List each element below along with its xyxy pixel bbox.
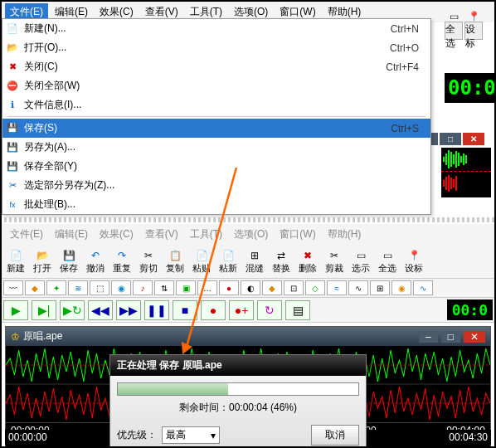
tb-paste[interactable]: 📄粘贴 — [189, 246, 214, 276]
menu-item-save-all[interactable]: 💾 保存全部(Y) — [2, 157, 430, 176]
menu-item-close-all[interactable]: ⛔ 关闭全部(W) — [2, 76, 430, 95]
menu-view[interactable]: 查看(V) — [140, 226, 183, 243]
play-button[interactable]: ▶ — [3, 300, 28, 320]
set-marker-button[interactable]: 📍设标 — [464, 22, 483, 40]
menu-item-close[interactable]: ✖ 关闭(C) Ctrl+F4 — [2, 57, 430, 76]
tb-copy[interactable]: 📋复制 — [163, 246, 187, 276]
sm-btn-10[interactable]: … — [197, 280, 217, 295]
play-section-button[interactable]: ▶| — [32, 300, 56, 320]
sm-btn-11[interactable]: ● — [219, 280, 239, 295]
priority-select[interactable]: 最高 ▾ — [162, 426, 220, 444]
sm-btn-1[interactable]: 〰 — [3, 280, 23, 295]
sm-btn-19[interactable]: ◉ — [391, 280, 411, 295]
pause-button[interactable]: ❚❚ — [144, 300, 169, 320]
audio-close-button[interactable]: ✕ — [464, 331, 485, 343]
copy-icon: 📋 — [168, 249, 182, 262]
menu-tools[interactable]: 工具(T) — [185, 226, 227, 243]
sm-btn-13[interactable]: ◆ — [262, 280, 282, 295]
tb-select[interactable]: ▭选示 — [348, 246, 373, 276]
tb-save[interactable]: 💾保存 — [56, 246, 81, 276]
sm-btn-6[interactable]: ◉ — [111, 280, 131, 295]
play-loop-button[interactable]: ▶↻ — [60, 300, 85, 320]
audio-titlebar[interactable]: ♔ 原唱.ape – □ ✕ — [6, 327, 490, 346]
sm-btn-15[interactable]: ◇ — [305, 280, 325, 295]
sm-btn-9[interactable]: ▣ — [176, 280, 196, 295]
tb-label: 剪裁 — [325, 262, 343, 275]
menu-window[interactable]: 窗口(W) — [275, 226, 320, 243]
sm-btn-20[interactable]: ∿ — [413, 280, 433, 295]
audio-minimize-button[interactable]: – — [419, 331, 438, 343]
tb-cut[interactable]: ✂剪切 — [136, 246, 161, 276]
tb-delete[interactable]: ✖删除 — [295, 246, 320, 276]
close-icon: ✖ — [6, 61, 19, 74]
btn-label: 全选 — [445, 22, 462, 51]
sm-btn-7[interactable]: ♪ — [133, 280, 153, 295]
tb-trim[interactable]: ✂剪裁 — [322, 246, 347, 276]
marker-icon: 📍 — [407, 249, 421, 262]
cancel-button[interactable]: 取消 — [311, 425, 359, 446]
menu-file[interactable]: 文件(E) — [5, 226, 48, 243]
save-icon: 💾 — [62, 249, 75, 262]
rewind-button[interactable]: ◀◀ — [88, 300, 113, 320]
sm-btn-4[interactable]: ≋ — [68, 280, 88, 295]
record-button[interactable]: ● — [201, 300, 226, 320]
meter-button[interactable]: ▤ — [285, 300, 310, 320]
menu-label: 关闭全部(W) — [24, 79, 427, 93]
sm-btn-5[interactable]: ⬚ — [90, 280, 109, 295]
tb-select-all[interactable]: ▭全选 — [375, 246, 400, 276]
remaining-label: 剩余时间： — [179, 402, 229, 413]
tb-mix[interactable]: ⊞混缝 — [242, 246, 267, 276]
sm-btn-17[interactable]: ∿ — [348, 280, 368, 295]
progress-fill — [118, 383, 228, 395]
dialog-title[interactable]: 正在处理 保存 原唱.ape — [110, 355, 366, 376]
tb-new[interactable]: 📄新建 — [3, 246, 28, 276]
progress-bar — [117, 382, 359, 396]
menu-item-batch[interactable]: fx 批处理(B)... — [2, 195, 430, 214]
tb-open[interactable]: 📂打开 — [30, 246, 55, 276]
tb-redo[interactable]: ↷重复 — [109, 246, 134, 276]
sm-btn-16[interactable]: ≈ — [327, 280, 347, 295]
sm-btn-14[interactable]: ⊡ — [284, 280, 304, 295]
close-all-icon: ⛔ — [6, 80, 19, 93]
select-all-button[interactable]: ▭全选 — [445, 22, 463, 40]
close-button[interactable]: ✕ — [463, 133, 484, 145]
menu-shortcut: Ctrl+N — [391, 23, 419, 35]
menu-item-new[interactable]: 📄 新建(N)... Ctrl+N — [2, 19, 430, 38]
stop-button[interactable]: ■ — [173, 300, 197, 320]
tb-paste-new[interactable]: 📄粘新 — [216, 246, 241, 276]
sm-btn-2[interactable]: ◆ — [25, 280, 45, 295]
menu-options[interactable]: 选项(O) — [229, 226, 273, 243]
menu-item-save[interactable]: 💾 保存(S) Ctrl+S — [2, 119, 430, 138]
record-append-button[interactable]: ●+ — [229, 300, 254, 320]
menu-edit[interactable]: 编辑(E) — [50, 226, 93, 243]
maximize-button[interactable]: □ — [440, 133, 461, 145]
forward-button[interactable]: ▶▶ — [116, 300, 141, 320]
tb-label: 剪切 — [139, 262, 158, 275]
menu-item-save-as[interactable]: 💾 另存为(A)... — [2, 138, 430, 157]
audio-maximize-button[interactable]: □ — [441, 331, 460, 343]
tb-label: 新建 — [7, 262, 25, 275]
tb-label: 设标 — [405, 262, 423, 275]
menu-item-save-selection[interactable]: ✂ 选定部分另存为(Z)... — [2, 176, 430, 195]
tb-undo[interactable]: ↶撤消 — [83, 246, 108, 276]
menu-label: 关闭(C) — [24, 60, 381, 74]
tb-set-marker[interactable]: 📍设标 — [401, 246, 426, 276]
sm-btn-18[interactable]: ⊞ — [370, 280, 390, 295]
sm-btn-8[interactable]: ⇅ — [154, 280, 174, 295]
tb-label: 打开 — [33, 262, 51, 275]
audio-file-icon: ♔ — [11, 331, 20, 343]
batch-icon: fx — [6, 198, 19, 212]
menu-effects[interactable]: 效果(C) — [95, 226, 139, 243]
tb-label: 选示 — [352, 262, 370, 275]
menu-shortcut: Ctrl+F4 — [386, 61, 419, 73]
sm-btn-12[interactable]: ◐ — [241, 280, 260, 295]
menu-label: 选定部分另存为(Z)... — [24, 178, 427, 192]
menu-item-open[interactable]: 📂 打开(O)... Ctrl+O — [2, 38, 430, 57]
menu-item-file-info[interactable]: ℹ 文件信息(I)... — [2, 95, 430, 114]
loop-button[interactable]: ↻ — [257, 300, 282, 320]
delete-icon: ✖ — [301, 249, 314, 262]
sm-btn-3[interactable]: ✦ — [46, 280, 66, 295]
tb-replace[interactable]: ⇄替换 — [269, 246, 294, 276]
menu-help[interactable]: 帮助(H) — [323, 226, 367, 243]
priority-value: 最高 — [166, 428, 186, 442]
